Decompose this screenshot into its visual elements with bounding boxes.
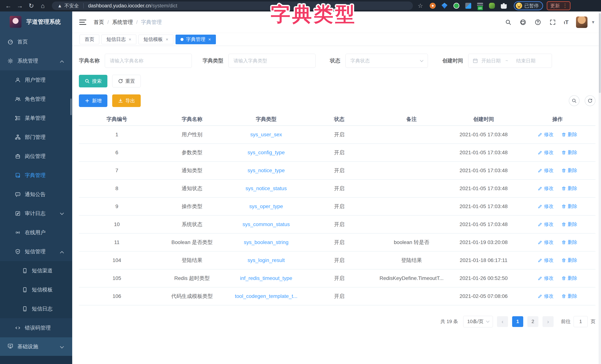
help-icon[interactable] bbox=[534, 19, 541, 26]
dict-name-input[interactable] bbox=[105, 54, 192, 68]
reset-button[interactable]: 重置 bbox=[112, 75, 141, 87]
dict-type-link[interactable]: sys_user_sex bbox=[229, 126, 303, 143]
browser-update-button[interactable]: 更新 ⋮ bbox=[547, 1, 571, 10]
sidebar-item-roles[interactable]: 角色管理 bbox=[0, 90, 72, 109]
sidebar-item-posts[interactable]: 岗位管理 bbox=[0, 147, 72, 166]
delete-button[interactable]: 删除 bbox=[561, 293, 577, 299]
edit-button[interactable]: 修改 bbox=[538, 257, 554, 263]
edit-button[interactable]: 修改 bbox=[538, 275, 554, 282]
sidebar-item-dict[interactable]: 字典管理 bbox=[0, 166, 72, 185]
delete-button[interactable]: 删除 bbox=[561, 167, 577, 174]
add-button[interactable]: 新增 bbox=[79, 94, 107, 107]
search-button[interactable]: 搜索 bbox=[79, 75, 107, 87]
close-icon[interactable]: × bbox=[129, 37, 131, 42]
extension-icon-1[interactable] bbox=[429, 2, 436, 10]
sidebar-item-audit-log[interactable]: 审计日志 bbox=[0, 204, 72, 223]
edit-button[interactable]: 修改 bbox=[538, 149, 554, 156]
page-button-2[interactable]: 2 bbox=[527, 316, 538, 327]
delete-button[interactable]: 删除 bbox=[561, 275, 577, 282]
delete-button[interactable]: 删除 bbox=[561, 185, 577, 192]
dict-type-link[interactable]: sys_notice_type bbox=[229, 162, 303, 179]
browser-menu-icon[interactable]: ⋮ bbox=[562, 4, 568, 7]
profile-paused-chip[interactable]: 已暂停 bbox=[514, 1, 543, 10]
tab-home[interactable]: 首页 bbox=[80, 35, 99, 44]
page-scrollbar[interactable] bbox=[599, 11, 601, 364]
sidebar-item-infrastructure[interactable]: 基础设施 bbox=[0, 337, 72, 356]
extension-icon-2[interactable] bbox=[441, 2, 448, 10]
extension-icon-6[interactable] bbox=[488, 2, 496, 10]
dict-type-link[interactable]: sys_login_result bbox=[229, 251, 303, 269]
extension-icon-4[interactable] bbox=[465, 2, 472, 10]
dict-type-link[interactable]: sys_oper_type bbox=[229, 197, 303, 215]
sidebar-item-users[interactable]: 用户管理 bbox=[0, 70, 72, 90]
breadcrumb-system[interactable]: 系统管理 bbox=[112, 19, 133, 26]
github-icon[interactable] bbox=[519, 19, 527, 26]
address-bar[interactable]: ▲ 不安全 dashboard.yudao.iocoder.cn/system/… bbox=[52, 1, 413, 10]
edit-button[interactable]: 修改 bbox=[538, 221, 554, 228]
tab-dict[interactable]: 字典管理× bbox=[176, 35, 216, 44]
edit-button[interactable]: 修改 bbox=[538, 167, 554, 174]
edit-button[interactable]: 修改 bbox=[538, 293, 554, 299]
avatar[interactable] bbox=[576, 17, 588, 28]
fullscreen-icon[interactable] bbox=[549, 19, 556, 26]
extension-icon-5[interactable]: on bbox=[476, 2, 484, 10]
dict-type-link[interactable]: inf_redis_timeout_type bbox=[229, 269, 303, 287]
export-button[interactable]: 导出 bbox=[112, 94, 141, 107]
scrollbar-thumb[interactable] bbox=[599, 13, 601, 93]
sidebar-item-error-code[interactable]: 错误码管理 bbox=[0, 318, 72, 337]
edit-button[interactable]: 修改 bbox=[538, 185, 554, 192]
dict-type-input[interactable] bbox=[229, 54, 315, 68]
sidebar-item-depts[interactable]: 部门管理 bbox=[0, 128, 72, 147]
close-icon[interactable]: × bbox=[166, 37, 168, 42]
avatar-caret-icon[interactable]: ▾ bbox=[592, 19, 594, 25]
delete-button[interactable]: 删除 bbox=[561, 239, 577, 245]
extension-puzzle-icon[interactable] bbox=[500, 2, 508, 10]
delete-button[interactable]: 删除 bbox=[561, 203, 577, 210]
refresh-table-button[interactable] bbox=[585, 95, 595, 106]
browser-forward-icon[interactable]: → bbox=[14, 1, 26, 10]
edit-button[interactable]: 修改 bbox=[538, 131, 554, 138]
sidebar-item-online-users[interactable]: 在线用户 bbox=[0, 223, 72, 242]
sidebar-item-system[interactable]: 系统管理 bbox=[0, 51, 72, 70]
date-range-picker[interactable]: 开始日期 ~ 结束日期 bbox=[468, 54, 552, 68]
app-logo-row[interactable]: 芋道管理系统 bbox=[0, 11, 72, 32]
edit-button[interactable]: 修改 bbox=[538, 239, 554, 245]
page-button-1[interactable]: 1 bbox=[512, 316, 523, 327]
browser-back-icon[interactable]: ← bbox=[3, 1, 14, 10]
dict-type-link[interactable]: sys_boolean_string bbox=[229, 233, 303, 251]
sidebar-item-notice[interactable]: 通知公告 bbox=[0, 185, 72, 204]
sidebar-item-sms-template[interactable]: 短信模板 bbox=[0, 280, 72, 299]
goto-page-input[interactable] bbox=[574, 316, 588, 327]
delete-button[interactable]: 删除 bbox=[561, 131, 577, 138]
tab-sms-template[interactable]: 短信模板× bbox=[139, 35, 173, 44]
delete-button[interactable]: 删除 bbox=[561, 149, 577, 156]
delete-button[interactable]: 删除 bbox=[561, 257, 577, 263]
search-icon[interactable] bbox=[505, 19, 512, 26]
extension-icon-3[interactable] bbox=[453, 2, 460, 10]
sidebar-item-sms-channel[interactable]: 短信渠道 bbox=[0, 261, 72, 280]
security-warning[interactable]: 不安全 bbox=[64, 3, 79, 9]
tab-sms-log[interactable]: 短信日志× bbox=[101, 35, 136, 44]
sidebar-scrollbar[interactable] bbox=[70, 99, 72, 115]
dict-type-link[interactable]: sys_config_type bbox=[229, 143, 303, 162]
page-size-select[interactable]: 10条/页 bbox=[463, 316, 493, 327]
dict-type-link[interactable]: sys_notice_status bbox=[229, 179, 303, 197]
hamburger-icon[interactable] bbox=[79, 20, 86, 25]
prev-page-button[interactable]: ‹ bbox=[497, 316, 508, 327]
dict-type-link[interactable]: sys_common_status bbox=[229, 215, 303, 233]
bookmark-star-icon[interactable]: ☆ bbox=[418, 2, 423, 9]
delete-button[interactable]: 删除 bbox=[561, 221, 577, 228]
browser-home-icon[interactable]: ⌂ bbox=[37, 1, 49, 10]
show-search-button[interactable] bbox=[569, 95, 580, 106]
close-icon[interactable]: × bbox=[208, 37, 211, 42]
next-page-button[interactable]: › bbox=[542, 316, 554, 327]
sidebar-item-home[interactable]: 首页 bbox=[0, 32, 72, 51]
dict-type-link[interactable]: tool_codegen_template_t... bbox=[229, 287, 303, 305]
breadcrumb-home[interactable]: 首页 bbox=[94, 19, 104, 26]
sidebar-item-menus[interactable]: 菜单管理 bbox=[0, 109, 72, 128]
font-size-icon[interactable]: tT bbox=[564, 19, 569, 25]
edit-button[interactable]: 修改 bbox=[538, 203, 554, 210]
status-select[interactable]: 字典状态 bbox=[345, 54, 428, 68]
sidebar-item-sms[interactable]: 短信管理 bbox=[0, 242, 72, 261]
sidebar-item-sms-log[interactable]: 短信日志 bbox=[0, 299, 72, 318]
